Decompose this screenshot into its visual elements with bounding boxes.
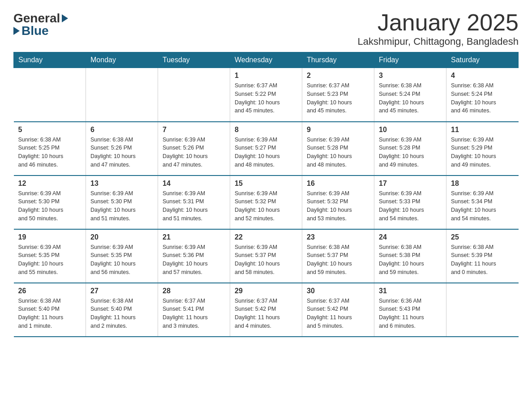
day-info: Sunrise: 6:37 AM Sunset: 5:41 PM Dayligh… [163,297,225,330]
logo-blue-label: Blue [21,24,49,38]
day-info: Sunrise: 6:38 AM Sunset: 5:25 PM Dayligh… [18,136,82,169]
day-number: 13 [90,180,153,188]
day-info: Sunrise: 6:39 AM Sunset: 5:34 PM Dayligh… [451,189,514,223]
day-info: Sunrise: 6:39 AM Sunset: 5:30 PM Dayligh… [90,189,153,223]
logo-triangle-icon-2 [13,27,20,35]
day-info: Sunrise: 6:37 AM Sunset: 5:22 PM Dayligh… [235,81,297,115]
day-number: 19 [18,233,82,241]
day-number: 14 [163,180,225,188]
logo: General Blue [13,9,68,38]
day-number: 3 [379,72,442,80]
day-number: 22 [235,233,297,241]
calendar-cell: 7Sunrise: 6:39 AM Sunset: 5:26 PM Daylig… [158,122,230,176]
calendar-cell: 24Sunrise: 6:38 AM Sunset: 5:38 PM Dayli… [374,229,446,283]
day-info: Sunrise: 6:37 AM Sunset: 5:42 PM Dayligh… [307,297,369,330]
day-info: Sunrise: 6:39 AM Sunset: 5:28 PM Dayligh… [379,136,442,169]
page-header: General Blue January 2025 Lakshmipur, Ch… [13,9,519,47]
day-info: Sunrise: 6:39 AM Sunset: 5:27 PM Dayligh… [235,136,297,169]
calendar-cell: 30Sunrise: 6:37 AM Sunset: 5:42 PM Dayli… [302,283,374,337]
calendar-cell: 26Sunrise: 6:38 AM Sunset: 5:40 PM Dayli… [14,283,86,337]
calendar-cell: 19Sunrise: 6:39 AM Sunset: 5:35 PM Dayli… [14,229,86,283]
day-info: Sunrise: 6:38 AM Sunset: 5:40 PM Dayligh… [90,297,153,330]
day-number: 11 [451,126,514,134]
calendar-cell: 10Sunrise: 6:39 AM Sunset: 5:28 PM Dayli… [374,122,446,176]
day-info: Sunrise: 6:38 AM Sunset: 5:38 PM Dayligh… [379,243,442,277]
day-number: 16 [307,180,369,188]
weekday-header-monday: Monday [86,52,158,68]
day-info: Sunrise: 6:39 AM Sunset: 5:32 PM Dayligh… [307,189,369,223]
day-info: Sunrise: 6:39 AM Sunset: 5:35 PM Dayligh… [18,243,82,277]
day-info: Sunrise: 6:38 AM Sunset: 5:37 PM Dayligh… [307,243,369,277]
day-info: Sunrise: 6:36 AM Sunset: 5:43 PM Dayligh… [379,297,442,330]
day-number: 20 [90,233,153,241]
day-number: 23 [307,233,369,241]
day-info: Sunrise: 6:39 AM Sunset: 5:32 PM Dayligh… [235,189,297,223]
weekday-header-thursday: Thursday [302,52,374,68]
day-info: Sunrise: 6:38 AM Sunset: 5:24 PM Dayligh… [451,81,514,115]
calendar-cell: 9Sunrise: 6:39 AM Sunset: 5:28 PM Daylig… [302,122,374,176]
day-number: 29 [235,287,297,295]
calendar-cell: 31Sunrise: 6:36 AM Sunset: 5:43 PM Dayli… [374,283,446,337]
day-number: 31 [379,287,442,295]
day-number: 2 [307,72,369,80]
calendar-cell: 2Sunrise: 6:37 AM Sunset: 5:23 PM Daylig… [302,68,374,122]
day-info: Sunrise: 6:39 AM Sunset: 5:30 PM Dayligh… [18,189,82,223]
day-number: 10 [379,126,442,134]
day-number: 17 [379,180,442,188]
day-number: 21 [163,233,225,241]
title-section: January 2025 Lakshmipur, Chittagong, Ban… [357,9,519,47]
day-number: 24 [379,233,442,241]
calendar-cell: 21Sunrise: 6:39 AM Sunset: 5:36 PM Dayli… [158,229,230,283]
calendar-cell: 22Sunrise: 6:39 AM Sunset: 5:37 PM Dayli… [230,229,302,283]
calendar-cell: 12Sunrise: 6:39 AM Sunset: 5:30 PM Dayli… [14,176,86,229]
day-info: Sunrise: 6:38 AM Sunset: 5:26 PM Dayligh… [90,136,153,169]
day-info: Sunrise: 6:39 AM Sunset: 5:33 PM Dayligh… [379,189,442,223]
calendar-cell: 11Sunrise: 6:39 AM Sunset: 5:29 PM Dayli… [446,122,519,176]
weekday-header-friday: Friday [374,52,446,68]
weekday-header-wednesday: Wednesday [230,52,302,68]
calendar-cell: 1Sunrise: 6:37 AM Sunset: 5:22 PM Daylig… [230,68,302,122]
day-number: 28 [163,287,225,295]
day-number: 9 [307,126,369,134]
calendar-cell: 27Sunrise: 6:38 AM Sunset: 5:40 PM Dayli… [86,283,158,337]
day-info: Sunrise: 6:39 AM Sunset: 5:36 PM Dayligh… [163,243,225,277]
day-number: 25 [451,233,514,241]
weekday-header-tuesday: Tuesday [158,52,230,68]
calendar-cell [446,283,519,337]
day-info: Sunrise: 6:39 AM Sunset: 5:29 PM Dayligh… [451,136,514,169]
calendar-cell: 29Sunrise: 6:37 AM Sunset: 5:42 PM Dayli… [230,283,302,337]
day-info: Sunrise: 6:39 AM Sunset: 5:26 PM Dayligh… [163,136,225,169]
calendar-cell: 4Sunrise: 6:38 AM Sunset: 5:24 PM Daylig… [446,68,519,122]
calendar-cell: 20Sunrise: 6:39 AM Sunset: 5:35 PM Dayli… [86,229,158,283]
day-number: 18 [451,180,514,188]
day-info: Sunrise: 6:38 AM Sunset: 5:40 PM Dayligh… [18,297,82,330]
weekday-header-saturday: Saturday [446,52,519,68]
day-number: 7 [163,126,225,134]
day-info: Sunrise: 6:38 AM Sunset: 5:24 PM Dayligh… [379,81,442,115]
day-number: 27 [90,287,153,295]
day-info: Sunrise: 6:39 AM Sunset: 5:37 PM Dayligh… [235,243,297,277]
day-number: 8 [235,126,297,134]
day-number: 15 [235,180,297,188]
logo-triangle-icon [62,14,68,22]
weekday-header-sunday: Sunday [14,52,86,68]
day-info: Sunrise: 6:39 AM Sunset: 5:28 PM Dayligh… [307,136,369,169]
calendar-week-row: 5Sunrise: 6:38 AM Sunset: 5:25 PM Daylig… [14,122,519,176]
calendar-cell: 25Sunrise: 6:38 AM Sunset: 5:39 PM Dayli… [446,229,519,283]
calendar-cell: 23Sunrise: 6:38 AM Sunset: 5:37 PM Dayli… [302,229,374,283]
calendar-cell: 15Sunrise: 6:39 AM Sunset: 5:32 PM Dayli… [230,176,302,229]
day-info: Sunrise: 6:37 AM Sunset: 5:23 PM Dayligh… [307,81,369,115]
location-text: Lakshmipur, Chittagong, Bangladesh [357,36,519,47]
calendar-cell: 18Sunrise: 6:39 AM Sunset: 5:34 PM Dayli… [446,176,519,229]
calendar-cell: 8Sunrise: 6:39 AM Sunset: 5:27 PM Daylig… [230,122,302,176]
calendar-table: SundayMondayTuesdayWednesdayThursdayFrid… [13,52,519,337]
calendar-week-row: 12Sunrise: 6:39 AM Sunset: 5:30 PM Dayli… [14,176,519,229]
day-number: 12 [18,180,82,188]
day-info: Sunrise: 6:39 AM Sunset: 5:35 PM Dayligh… [90,243,153,277]
calendar-cell [86,68,158,122]
day-number: 5 [18,126,82,134]
calendar-week-row: 19Sunrise: 6:39 AM Sunset: 5:35 PM Dayli… [14,229,519,283]
day-info: Sunrise: 6:39 AM Sunset: 5:31 PM Dayligh… [163,189,225,223]
calendar-cell: 14Sunrise: 6:39 AM Sunset: 5:31 PM Dayli… [158,176,230,229]
calendar-cell: 3Sunrise: 6:38 AM Sunset: 5:24 PM Daylig… [374,68,446,122]
